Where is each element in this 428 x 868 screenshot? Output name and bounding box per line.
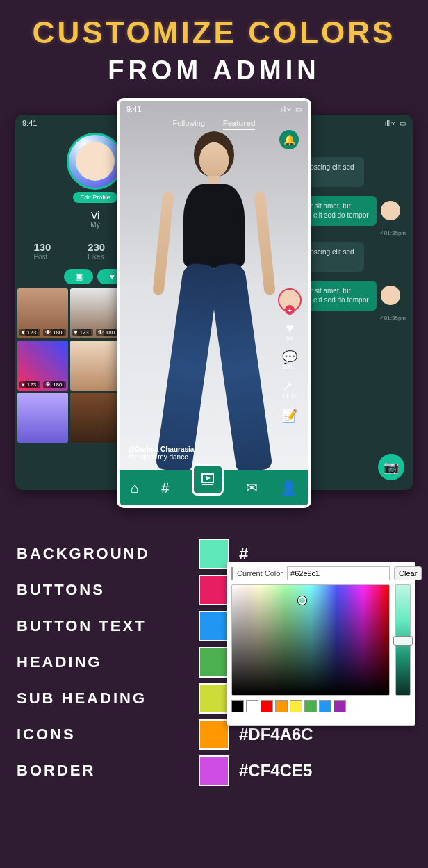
nav-home[interactable]: ⌂ <box>131 480 139 496</box>
preset-swatch[interactable] <box>231 700 244 712</box>
value-icons: #DF4A6C <box>239 725 313 744</box>
caption: @Garima Chaurasia My talent my dance <box>128 445 194 461</box>
avatar <box>381 201 400 220</box>
status-time: 9:41 <box>22 119 37 127</box>
preset-swatch[interactable] <box>290 700 302 712</box>
status-time: 9:41 <box>126 105 141 113</box>
picker-lightness-slider[interactable] <box>395 584 411 696</box>
preset-swatch[interactable] <box>304 700 317 712</box>
videos-tab-button[interactable]: ▣ <box>64 269 93 284</box>
swatch-border[interactable] <box>199 755 229 786</box>
share-button[interactable]: ↗11.2k <box>282 380 297 400</box>
swatch-heading[interactable] <box>199 647 229 678</box>
swatch-button-text[interactable] <box>199 611 229 641</box>
avatar[interactable] <box>67 133 124 190</box>
comment-icon: 💬 <box>282 351 297 363</box>
feed-image <box>155 142 273 483</box>
grid-cell[interactable]: ♥123👁180 <box>17 288 68 338</box>
nav-discover[interactable]: # <box>161 480 169 496</box>
views-badge: 👁180 <box>43 329 66 336</box>
edit-profile-button[interactable]: Edit Profile <box>73 192 117 203</box>
grid-cell[interactable]: ♥123👁180 <box>70 288 121 338</box>
likes-badge: ♥123 <box>19 329 40 336</box>
headline-line2: FROM ADMIN <box>7 56 421 85</box>
swatch-icons[interactable] <box>199 719 229 750</box>
headline-line1: CUSTOMIZE COLORS <box>7 15 421 50</box>
camera-icon: 📷 <box>384 459 399 475</box>
share-icon: ↗ <box>282 380 297 393</box>
grid-cell[interactable] <box>70 393 121 443</box>
preset-swatch[interactable] <box>261 700 273 712</box>
stat-posts[interactable]: 130Post <box>33 241 51 261</box>
camera-fab[interactable]: 📷 <box>378 454 404 480</box>
value-border: #CF4CE5 <box>239 761 312 780</box>
picker-current-swatch <box>231 567 233 580</box>
stat-likes[interactable]: 230Likes <box>88 241 105 261</box>
bottom-nav: ⌂ # ✉ 👤 <box>120 470 308 505</box>
swatch-background[interactable] <box>199 539 229 569</box>
picker-slider-handle[interactable] <box>393 636 413 646</box>
picker-preset-swatches <box>231 700 411 712</box>
heart-icon: ♥ <box>286 322 294 334</box>
row-border: BORDER #CF4CE5 <box>17 753 411 789</box>
grid-cell[interactable]: ♥123👁180 <box>17 341 68 391</box>
grid-cell[interactable] <box>17 393 68 443</box>
author-avatar[interactable] <box>278 288 302 312</box>
picker-cursor[interactable] <box>298 596 306 605</box>
grid-cell[interactable] <box>70 341 121 391</box>
nav-inbox[interactable]: ✉ <box>246 480 258 496</box>
preset-swatch[interactable] <box>334 700 346 712</box>
color-picker-panel: Current Color Clear <box>227 562 415 726</box>
preset-swatch[interactable] <box>246 700 258 712</box>
swatch-sub-heading[interactable] <box>199 683 229 714</box>
tab-featured[interactable]: Featured <box>223 119 255 130</box>
bell-icon: 🔔 <box>283 134 295 145</box>
feed-screen: 9:41 ıllᯤ▭ Following Featured 🔔 ♥5k 💬2.8… <box>117 98 311 508</box>
nav-create[interactable] <box>192 464 224 496</box>
swatch-buttons[interactable] <box>199 575 229 605</box>
notifications-button[interactable]: 🔔 <box>279 130 299 149</box>
note-icon: 📝 <box>282 409 297 422</box>
like-button[interactable]: ♥5k <box>286 322 294 341</box>
picker-current-label: Current Color <box>237 569 283 578</box>
status-icons: ıllᯤ▭ <box>384 119 406 127</box>
picker-saturation-area[interactable] <box>231 584 390 696</box>
status-icons: ıllᯤ▭ <box>279 105 302 113</box>
tab-following[interactable]: Following <box>173 119 205 130</box>
preset-swatch[interactable] <box>275 700 288 712</box>
side-actions: ♥5k 💬2.8k ↗11.2k 📝 <box>278 288 302 422</box>
more-button[interactable]: 📝 <box>282 409 297 422</box>
nav-profile[interactable]: 👤 <box>280 480 297 496</box>
value-background: # <box>239 544 248 564</box>
comment-button[interactable]: 💬2.8k <box>282 351 297 370</box>
picker-clear-button[interactable]: Clear <box>394 566 422 580</box>
picker-hex-input[interactable] <box>287 566 390 580</box>
video-play-icon <box>199 471 216 488</box>
preset-swatch[interactable] <box>319 700 331 712</box>
avatar <box>381 286 400 305</box>
